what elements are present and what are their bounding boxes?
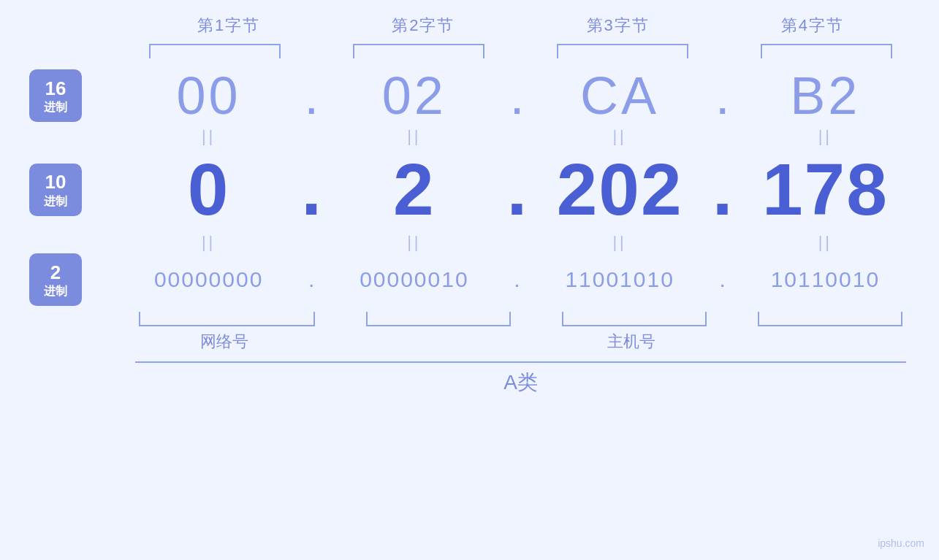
bracket-cell-1	[132, 44, 299, 58]
eq-2-2: ||	[330, 233, 498, 252]
bracket-cell-2	[335, 44, 503, 58]
bin-val-2: 00000010	[330, 267, 498, 292]
dec-val-2: 2	[330, 147, 498, 231]
class-label: A类	[132, 369, 910, 396]
dec-dot-2: .	[499, 147, 536, 231]
dec-dot-3: .	[704, 147, 741, 231]
bottom-bracket-area: 网络号 主机号	[29, 312, 910, 353]
byte1-label: 第1字节	[132, 15, 326, 37]
hex-values-row: 00 . 02 . CA . B2	[124, 66, 910, 126]
bin-label-container: 2 进制	[29, 253, 124, 306]
bracket-cell-3	[539, 44, 707, 58]
host-bracket-inner2	[558, 312, 710, 326]
top-bracket-3	[557, 44, 688, 58]
bin-val-4: 10110010	[741, 267, 910, 292]
bin-badge-num: 2	[50, 261, 61, 284]
bin-dot-1: .	[293, 267, 330, 292]
byte2-label: 第2字节	[326, 15, 520, 37]
eq-2-3: ||	[536, 233, 704, 252]
eq-1-1: ||	[124, 127, 293, 146]
hex-dot-2: .	[499, 66, 536, 126]
equals-row-1: || || || ||	[29, 127, 910, 146]
equals-row-2: || || || ||	[29, 233, 910, 252]
bot-spacer-3	[714, 312, 750, 326]
top-bracket-1	[149, 44, 281, 58]
hex-data-row: 16 进制 00 . 02 . CA . B2	[29, 66, 910, 126]
eq-1-2: ||	[330, 127, 498, 146]
hex-val-1: 00	[124, 66, 293, 126]
bin-val-1: 00000000	[124, 267, 293, 292]
dec-badge-num: 10	[45, 171, 66, 193]
dec-label-container: 10 进制	[29, 164, 124, 216]
byte3-label: 第3字节	[521, 15, 715, 37]
bin-values-row: 00000000 . 00000010 . 11001010 . 1011001…	[124, 267, 910, 292]
hex-dot-1: .	[293, 66, 330, 126]
host-bracket-line2	[562, 312, 707, 326]
bottom-brackets-row	[132, 312, 910, 326]
bot-spacer-2	[518, 312, 555, 326]
bracket-cell-4	[742, 44, 910, 58]
bot-label-spacer	[317, 331, 354, 353]
dec-badge-unit: 进制	[44, 194, 67, 208]
host-label: 主机号	[354, 331, 910, 353]
bin-dot-3: .	[704, 267, 741, 292]
hex-val-4: B2	[741, 66, 910, 126]
bottom-labels-row: 网络号 主机号	[132, 331, 910, 353]
dec-data-row: 10 进制 0 . 2 . 202 . 178	[29, 147, 910, 231]
hex-badge-unit: 进制	[44, 100, 67, 114]
dec-badge: 10 进制	[29, 164, 82, 216]
top-bracket-2	[353, 44, 484, 58]
hex-badge-num: 16	[45, 77, 66, 100]
hex-dot-3: .	[704, 66, 741, 126]
host-bracket	[359, 312, 910, 326]
dec-dot-1: .	[293, 147, 330, 231]
host-bracket-inner	[362, 312, 514, 326]
header-row: 第1字节 第2字节 第3字节 第4字节	[29, 15, 910, 37]
bin-val-3: 11001010	[536, 267, 704, 292]
dec-val-3: 202	[536, 147, 704, 231]
hex-badge: 16 进制	[29, 69, 82, 122]
host-bracket-line3	[758, 312, 902, 326]
bin-badge: 2 进制	[29, 253, 82, 306]
bot-spacer-1	[322, 312, 359, 326]
top-bracket-row	[29, 44, 910, 58]
bin-badge-unit: 进制	[44, 284, 67, 298]
hex-label-container: 16 进制	[29, 69, 124, 122]
net-bracket-line	[139, 312, 315, 326]
eq-1-4: ||	[741, 127, 910, 146]
host-bracket-line	[366, 312, 511, 326]
class-area: A类	[29, 361, 910, 396]
main-container: 第1字节 第2字节 第3字节 第4字节 16 进制 00	[0, 0, 939, 560]
bin-dot-2: .	[499, 267, 536, 292]
class-bracket-line	[135, 361, 906, 363]
byte4-label: 第4字节	[715, 15, 910, 37]
dec-values-row: 0 . 2 . 202 . 178	[124, 147, 910, 231]
hex-val-3: CA	[536, 66, 704, 126]
top-bracket-4	[761, 44, 892, 58]
eq-2-1: ||	[124, 233, 293, 252]
dec-val-1: 0	[124, 147, 293, 231]
dec-val-4: 178	[741, 147, 910, 231]
bin-data-row: 2 进制 00000000 . 00000010 . 11001010 . 10…	[29, 253, 910, 306]
watermark: ipshu.com	[878, 537, 924, 549]
hex-val-2: 02	[330, 66, 498, 126]
net-bracket	[135, 312, 319, 326]
host-bracket-inner3	[754, 312, 906, 326]
net-label: 网络号	[132, 331, 317, 353]
eq-2-4: ||	[741, 233, 910, 252]
eq-1-3: ||	[536, 127, 704, 146]
